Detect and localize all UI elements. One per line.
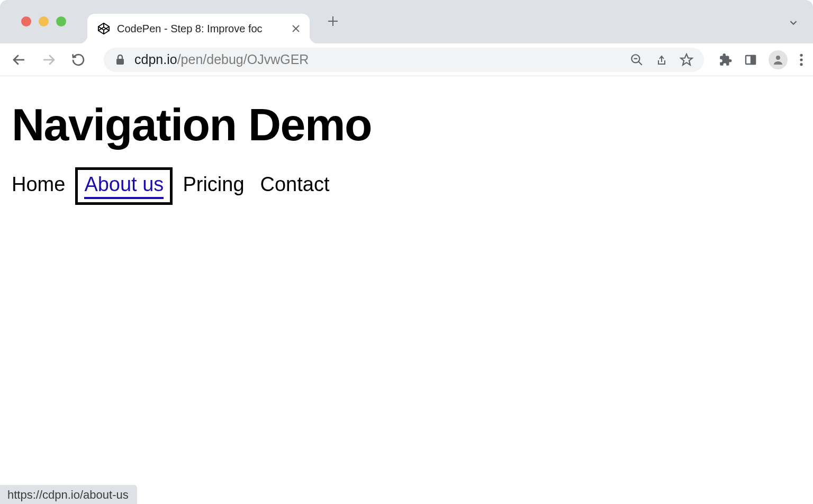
browser-tab[interactable]: CodePen - Step 8: Improve foc (87, 14, 310, 43)
back-button[interactable] (10, 50, 29, 69)
svg-point-19 (800, 58, 802, 61)
browser-toolbar: cdpn.io/pen/debug/OJvwGER (0, 43, 813, 76)
nav-link-about-us[interactable]: About us (84, 173, 164, 199)
nav-item-pricing[interactable]: Pricing (183, 173, 244, 199)
toolbar-right (713, 50, 803, 69)
window-minimize-button[interactable] (39, 16, 49, 26)
bookmark-star-icon[interactable] (680, 53, 693, 67)
url-text: cdpn.io/pen/debug/OJvwGER (134, 52, 622, 67)
forward-button[interactable] (39, 50, 58, 69)
nav-link-pricing[interactable]: Pricing (183, 173, 244, 196)
window-maximize-button[interactable] (56, 16, 66, 26)
status-bar: https://cdpn.io/about-us (0, 485, 137, 504)
extensions-icon[interactable] (719, 53, 733, 67)
window-controls (10, 16, 74, 26)
svg-point-17 (776, 56, 780, 60)
svg-point-20 (800, 63, 802, 66)
tab-close-button[interactable] (291, 23, 301, 34)
page-content: Navigation Demo Home About us Pricing Co… (0, 76, 813, 199)
reload-button[interactable] (69, 50, 88, 69)
nav-link-contact[interactable]: Contact (260, 173, 330, 196)
kebab-menu-icon[interactable] (799, 53, 803, 67)
zoom-out-icon[interactable] (630, 53, 644, 67)
profile-avatar[interactable] (769, 50, 788, 69)
share-icon[interactable] (655, 53, 668, 67)
nav-buttons (10, 50, 94, 69)
nav-item-about-us[interactable]: About us (81, 173, 167, 199)
window-close-button[interactable] (21, 16, 31, 26)
tabs-dropdown-button[interactable] (788, 17, 799, 29)
sidepanel-icon[interactable] (744, 53, 757, 66)
tab-strip: CodePen - Step 8: Improve foc (0, 2, 813, 43)
new-tab-button[interactable] (321, 10, 345, 33)
codepen-icon (97, 22, 111, 35)
lock-icon (113, 53, 127, 67)
nav-list: Home About us Pricing Contact (12, 173, 801, 199)
svg-rect-16 (751, 56, 755, 64)
browser-chrome: CodePen - Step 8: Improve foc (0, 0, 813, 76)
svg-rect-9 (116, 59, 124, 65)
page-heading: Navigation Demo (12, 98, 801, 151)
svg-line-11 (638, 61, 642, 65)
address-bar[interactable]: cdpn.io/pen/debug/OJvwGER (104, 48, 704, 72)
nav-item-contact[interactable]: Contact (260, 173, 330, 199)
omnibox-actions (630, 53, 698, 67)
url-path: /pen/debug/OJvwGER (177, 52, 309, 67)
svg-point-18 (800, 53, 802, 56)
svg-marker-14 (681, 54, 692, 65)
nav-link-home[interactable]: Home (12, 173, 65, 196)
nav-item-home[interactable]: Home (12, 173, 65, 199)
tab-title: CodePen - Step 8: Improve foc (117, 23, 284, 35)
url-host: cdpn.io (134, 52, 177, 67)
